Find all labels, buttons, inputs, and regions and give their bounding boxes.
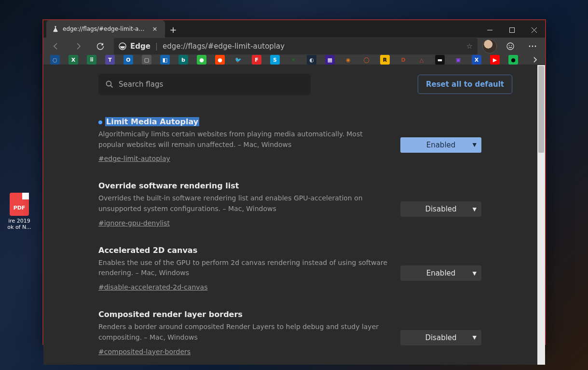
flag-info: Override software rendering listOverride… (98, 181, 388, 227)
flag-select[interactable]: Disabled▼ (400, 201, 481, 217)
file-label-1: ire 2019 (0, 218, 39, 224)
svg-point-2 (507, 43, 514, 50)
bookmark-gog[interactable]: ▦ (325, 55, 335, 65)
bookmark-ubisoft[interactable]: ◉ (343, 55, 353, 65)
flag-description: Enables the use of the GPU to perform 2d… (98, 258, 388, 278)
tab-close-button[interactable]: ✕ (150, 25, 159, 33)
search-placeholder: Search flags (119, 80, 163, 89)
bookmark-reddit[interactable]: ● (215, 55, 225, 65)
flag-control: Disabled▼ (400, 310, 482, 356)
flag-title: Limit Media Autoplay (105, 117, 199, 126)
brand-label: Edge (130, 42, 150, 51)
chevron-down-icon: ▼ (473, 142, 477, 148)
bookmark-twitter[interactable]: 🐦 (233, 55, 243, 65)
bookmark-whatsapp[interactable]: ● (197, 55, 206, 65)
search-flags-input[interactable]: Search flags (98, 74, 311, 95)
scrollbar[interactable] (537, 65, 545, 365)
bookmark-rockstar[interactable]: R (380, 55, 390, 65)
bookmark-skype[interactable]: S (270, 55, 280, 65)
flag-control: Enabled▼ (400, 117, 482, 163)
flag-description: Overrides the built-in software renderin… (98, 193, 388, 214)
flag-select[interactable]: Enabled▼ (400, 137, 481, 153)
flag-control: Disabled▼ (400, 181, 482, 227)
bookmark-steam[interactable]: ◐ (307, 55, 316, 65)
bookmark-twitch[interactable]: ▣ (453, 55, 463, 65)
svg-rect-0 (509, 27, 514, 32)
flag-select-value: Disabled (425, 205, 456, 213)
close-window-button[interactable] (523, 22, 545, 38)
titlebar: edge://flags/#edge-limit-autopla ✕ + (43, 20, 545, 38)
forward-button[interactable] (69, 38, 87, 55)
bookmark-teams2[interactable]: T (105, 55, 115, 65)
scrollbar-thumb[interactable] (538, 66, 544, 153)
bookmark-calendar[interactable]: ◧ (160, 55, 170, 65)
settings-menu-button[interactable] (524, 38, 541, 55)
bookmark-bing[interactable]: b (178, 55, 188, 65)
bookmark-youtube[interactable]: ▶ (490, 55, 500, 65)
flag-anchor-link[interactable]: #ignore-gpu-denylist (98, 219, 170, 227)
svg-point-8 (107, 81, 111, 86)
feedback-button[interactable] (502, 38, 519, 55)
profile-avatar[interactable] (482, 39, 497, 53)
flags-list: Limit Media AutoplayAlgorithmically limi… (45, 104, 537, 365)
flag-select[interactable]: Disabled▼ (400, 330, 481, 345)
bookmarks-bar: ◌X⠿TO▢◧b●●🐦FS✕◐▦◉◯RD△▬▣X▶● (43, 55, 545, 65)
flag-select-value: Disabled (425, 333, 456, 342)
modified-dot-icon (98, 120, 102, 124)
bookmark-onedrive[interactable]: ◌ (50, 55, 60, 65)
flag-anchor-link[interactable]: #edge-limit-autoplay (98, 155, 170, 162)
flag-select[interactable]: Enabled▼ (400, 265, 481, 281)
bookmark-mixer[interactable]: X (472, 55, 481, 65)
flag-description: Renders a border around composited Rende… (98, 322, 388, 343)
bookmark-spotify[interactable]: ● (508, 55, 518, 65)
search-icon (105, 80, 114, 89)
search-row: Search flags Reset all to default (45, 65, 537, 104)
bookmark-flipboard[interactable]: F (252, 55, 261, 65)
bookmarks-overflow[interactable] (532, 56, 538, 63)
back-button[interactable] (47, 38, 65, 55)
new-tab-button[interactable]: + (165, 21, 181, 38)
svg-point-3 (509, 45, 510, 46)
flag-anchor-link[interactable]: #composited-layer-borders (98, 348, 191, 356)
url-text: edge://flags/#edge-limit-autoplay (163, 42, 285, 51)
bookmark-excel[interactable]: X (68, 55, 78, 65)
bookmark-sym[interactable]: △ (417, 55, 426, 65)
active-tab[interactable]: edge://flags/#edge-limit-autopla ✕ (46, 20, 165, 38)
bookmark-xbox[interactable]: ✕ (288, 55, 298, 65)
flag-row: Limit Media AutoplayAlgorithmically limi… (98, 107, 526, 172)
pdf-text: PDF (14, 205, 26, 211)
refresh-button[interactable] (92, 38, 109, 55)
minimize-button[interactable] (479, 22, 501, 38)
flag-info: Accelerated 2D canvasEnables the use of … (98, 246, 388, 291)
flag-select-value: Enabled (426, 269, 456, 278)
flag-description: Algorithmically limits certain websites … (98, 129, 388, 150)
desktop-file-pdf[interactable]: PDF ire 2019 ok of N... (0, 193, 39, 230)
bookmark-d1[interactable]: D (398, 55, 408, 65)
edge-icon (119, 42, 126, 50)
chevron-down-icon: ▼ (473, 270, 477, 277)
pdf-icon: PDF (10, 193, 29, 216)
chevron-down-icon: ▼ (473, 206, 477, 212)
svg-point-6 (532, 46, 533, 47)
svg-point-4 (511, 45, 512, 46)
flag-row: Override software rendering listOverride… (98, 172, 526, 236)
toolbar: Edge | edge://flags/#edge-limit-autoplay… (43, 38, 545, 55)
flag-select-value: Enabled (426, 141, 456, 149)
flag-anchor-link[interactable]: #disable-accelerated-2d-canvas (98, 283, 207, 291)
bookmark-doc[interactable]: ▢ (142, 55, 151, 65)
reset-all-button[interactable]: Reset all to default (418, 75, 512, 94)
flag-title: Composited render layer borders (98, 310, 243, 319)
flag-info: Limit Media AutoplayAlgorithmically limi… (98, 117, 388, 163)
browser-window: edge://flags/#edge-limit-autopla ✕ + Edg… (42, 19, 546, 345)
maximize-button[interactable] (501, 22, 523, 38)
favorite-button[interactable]: ☆ (466, 42, 473, 51)
site-identity: Edge (119, 42, 150, 51)
bookmark-race[interactable]: ▬ (435, 55, 445, 65)
flags-page: Search flags Reset all to default Limit … (43, 65, 537, 365)
bookmark-outlook[interactable]: O (123, 55, 133, 65)
address-bar[interactable]: Edge | edge://flags/#edge-limit-autoplay… (114, 38, 478, 54)
bookmark-origin[interactable]: ◯ (362, 55, 371, 65)
svg-point-7 (535, 46, 536, 47)
flag-control: Enabled▼ (400, 246, 482, 291)
bookmark-teams[interactable]: ⠿ (87, 55, 96, 65)
